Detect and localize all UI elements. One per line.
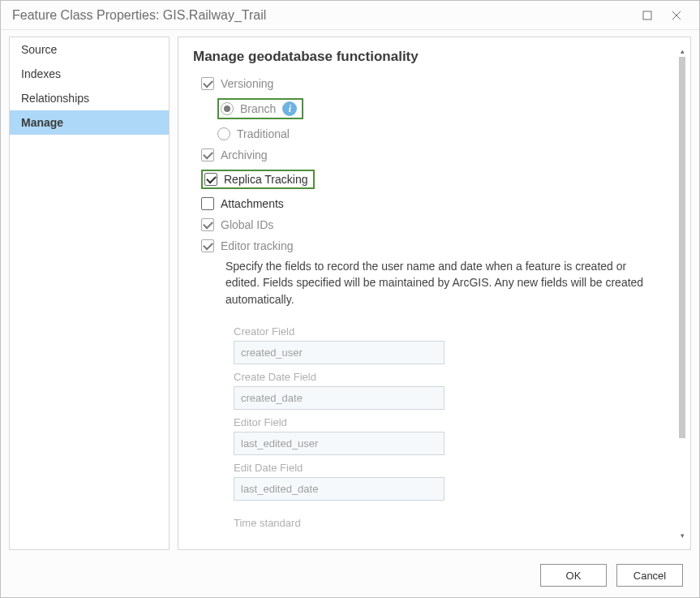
attachments-checkbox[interactable] (201, 197, 214, 210)
window-title: Feature Class Properties: GIS.Railway_Tr… (12, 8, 266, 23)
archiving-row: Archiving (193, 144, 663, 166)
replica-tracking-row: Replica Tracking (193, 166, 663, 193)
creator-field-input[interactable]: created_user (234, 341, 444, 364)
versioning-checkbox[interactable] (201, 77, 214, 90)
attachments-row: Attachments (193, 193, 663, 214)
branch-highlight: Branch i (217, 98, 303, 119)
sidebar-item-manage[interactable]: Manage (10, 110, 169, 135)
content-panel: Manage geodatabase functionality Version… (178, 37, 691, 550)
replica-tracking-label: Replica Tracking (224, 173, 308, 186)
close-button[interactable] (662, 3, 691, 28)
section-heading: Manage geodatabase functionality (193, 49, 663, 65)
cancel-button[interactable]: Cancel (616, 564, 683, 587)
traditional-row: Traditional (193, 123, 663, 144)
versioning-label: Versioning (221, 77, 273, 90)
editor-tracking-row: Editor tracking (193, 235, 663, 256)
creator-field-label: Creator Field (234, 325, 663, 338)
maximize-icon (642, 11, 652, 20)
versioning-row: Versioning (193, 73, 663, 94)
create-date-field-input[interactable]: created_date (234, 386, 444, 410)
replica-tracking-checkbox[interactable] (204, 173, 217, 186)
info-icon[interactable]: i (282, 101, 297, 116)
traditional-label: Traditional (237, 127, 290, 140)
editor-tracking-description: Specify the fields to record the user na… (193, 256, 663, 319)
sidebar-item-relationships[interactable]: Relationships (10, 86, 169, 110)
titlebar: Feature Class Properties: GIS.Railway_Tr… (1, 1, 699, 30)
sidebar-item-indexes[interactable]: Indexes (10, 62, 169, 86)
time-standard-label: Time standard (234, 517, 663, 529)
global-ids-checkbox[interactable] (201, 218, 214, 231)
archiving-checkbox[interactable] (201, 148, 214, 161)
sidebar: Source Indexes Relationships Manage (9, 37, 170, 550)
create-date-field-label: Create Date Field (234, 371, 663, 383)
scroll-thumb[interactable] (679, 57, 685, 438)
svg-rect-0 (643, 11, 651, 19)
edit-date-field-input[interactable]: last_edited_date (234, 477, 444, 501)
scroll-down-icon[interactable]: ▾ (676, 530, 689, 541)
branch-row: Branch i (193, 94, 663, 123)
editor-tracking-label: Editor tracking (221, 239, 293, 252)
branch-radio[interactable] (221, 102, 234, 115)
editor-tracking-fields: Creator Field created_user Create Date F… (193, 325, 663, 529)
editor-field-label: Editor Field (234, 416, 663, 428)
traditional-radio[interactable] (217, 127, 230, 140)
maximize-button[interactable] (633, 3, 662, 28)
replica-tracking-highlight: Replica Tracking (201, 170, 315, 189)
branch-label: Branch (240, 102, 276, 115)
ok-button[interactable]: OK (540, 564, 607, 587)
global-ids-row: Global IDs (193, 214, 663, 235)
editor-field-input[interactable]: last_edited_user (234, 432, 444, 455)
sidebar-item-source[interactable]: Source (10, 37, 169, 62)
attachments-label: Attachments (221, 197, 284, 210)
edit-date-field-label: Edit Date Field (234, 462, 663, 474)
close-icon (672, 11, 681, 20)
feature-class-properties-dialog: Feature Class Properties: GIS.Railway_Tr… (0, 0, 700, 598)
global-ids-label: Global IDs (221, 218, 273, 231)
scrollbar[interactable]: ▴ ▾ (676, 45, 689, 541)
scroll-up-icon[interactable]: ▴ (676, 45, 689, 57)
editor-tracking-checkbox[interactable] (201, 239, 214, 252)
dialog-footer: OK Cancel (1, 553, 699, 597)
archiving-label: Archiving (221, 148, 268, 161)
